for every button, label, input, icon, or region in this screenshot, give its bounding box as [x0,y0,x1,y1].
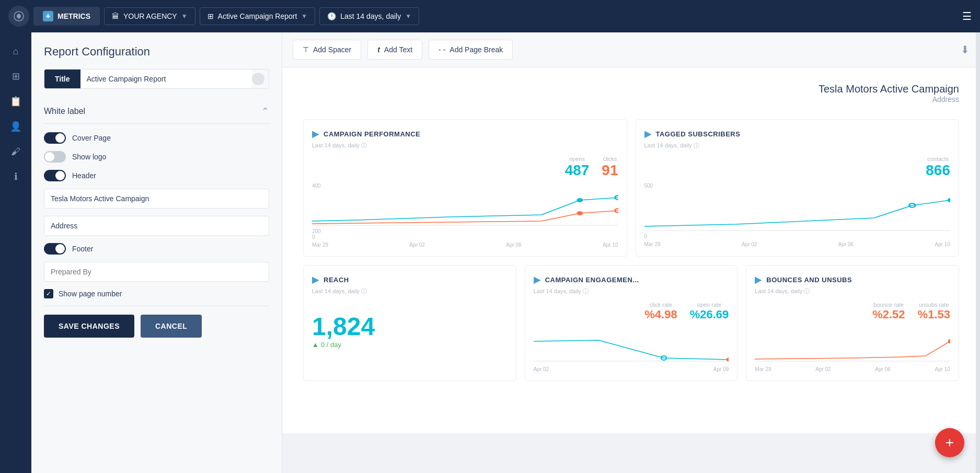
widget-campaign-engagement: ▶ CAMPAIGN ENGAGEMEN... Last 14 days, da… [525,265,738,381]
add-spacer-button[interactable]: ⊤ Add Spacer [293,40,361,60]
y-axis-200: 200 [312,228,618,234]
add-page-break-button[interactable]: - - Add Page Break [429,40,513,60]
arrow-icon-1: ▶ [312,128,319,140]
campaign-performance-subtitle: Last 14 days, daily ⓘ [312,142,618,149]
click-rate-value: %4.98 [644,308,677,321]
report-company: Tesla Motors Active Campaign [303,83,959,95]
title-input[interactable] [80,70,252,88]
top-nav: + METRICS 🏛 YOUR AGENCY ▼ ⊞ Active Campa… [0,0,980,32]
config-footer: SAVE CHANGES CANCEL [44,306,269,346]
open-rate-value: %26.69 [690,308,729,321]
page-number-row: ✓ Show page number [44,289,269,298]
tagged-subscribers-subtitle: Last 14 days, daily ⓘ [644,142,951,149]
report-title-dropdown[interactable]: ⊞ Active Campaign Report ▼ [200,7,316,25]
company-input[interactable] [44,189,269,209]
sidebar-item-users[interactable]: 👤 [5,116,26,137]
contacts-label: contacts [926,156,950,162]
chart-4-dates: Mar 29Apr 02Apr 06Apr 10 [755,366,950,372]
reach-metric: 1,824 ▲0 / day [312,302,508,359]
add-text-label: Add Text [384,45,412,54]
widget-tagged-subscribers: ▶ TAGGED SUBSCRIBERS Last 14 days, daily… [636,119,960,257]
arrow-icon-4: ▶ [534,274,541,285]
page-number-checkbox[interactable]: ✓ [44,289,53,298]
download-icon[interactable]: ⬇ [961,43,970,56]
widget-reach: ▶ REACH Last 14 days, daily ⓘ 1,824 ▲0 /… [303,265,516,381]
campaign-engagement-title: CAMPAIGN ENGAGEMEN... [545,276,639,284]
sidebar-item-grid[interactable]: ⊞ [5,66,26,87]
chevron-down-icon-3: ▼ [405,13,411,20]
y-axis-1: 400 [312,183,618,189]
bounce-rate-value: %2.52 [872,308,905,321]
y-axis-0-2: 0 [644,234,951,239]
metrics-button[interactable]: + METRICS [33,7,100,26]
sidebar-item-design[interactable]: 🖌 [5,141,26,162]
header-row: Header [44,170,269,181]
show-logo-toggle[interactable] [44,151,66,163]
footer-toggle[interactable] [44,243,66,255]
sidebar-item-reports[interactable]: 📋 [5,91,26,112]
svg-point-4 [577,211,583,215]
chart-1-dates: Mar 29Apr 02Apr 06Apr 10 [312,242,618,248]
sidebar-item-home[interactable]: ⌂ [5,41,26,62]
widget-bounces-unsubs: ▶ BOUNCES AND UNSUBS Last 14 days, daily… [746,265,959,381]
app-logo [8,6,29,27]
cover-page-toggle[interactable] [44,132,66,144]
title-row: Title [44,69,269,89]
opens-label: opens [565,156,590,162]
contacts-value: 866 [926,162,950,179]
report-address: Address [303,95,959,103]
config-panel: Report Configuration Title White label ⌃… [31,32,282,473]
opens-value: 487 [565,162,590,179]
cancel-button[interactable]: CANCEL [141,315,202,338]
cover-page-label: Cover Page [72,134,111,142]
campaign-engagement-subtitle: Last 14 days, daily ⓘ [534,287,729,295]
spacer-icon: ⊤ [303,45,309,54]
widget-row-2: ▶ REACH Last 14 days, daily ⓘ 1,824 ▲0 /… [303,265,959,381]
date-range-dropdown[interactable]: 🕐 Last 14 days, daily ▼ [319,7,419,25]
click-rate-label: click rate [644,302,677,308]
footer-row: Footer [44,243,269,255]
y-axis-0: 0 [312,234,618,240]
date-range-label: Last 14 days, daily [340,12,401,20]
metrics-label: METRICS [57,12,90,20]
address-input[interactable] [44,216,269,236]
header-label: Header [72,171,96,180]
add-text-button[interactable]: t Add Text [367,40,422,60]
agency-dropdown[interactable]: 🏛 YOUR AGENCY ▼ [104,7,195,25]
report-title-label: Active Campaign Report [218,12,297,20]
scrollbar[interactable] [976,32,980,473]
add-spacer-label: Add Spacer [313,45,351,54]
save-button[interactable]: SAVE CHANGES [44,315,134,338]
header-toggle[interactable] [44,170,66,181]
footer-label: Footer [72,245,93,253]
widget-row-1: ▶ CAMPAIGN PERFORMANCE Last 14 days, dai… [303,119,959,257]
y-axis-500: 500 [644,183,951,189]
svg-point-2 [577,198,583,202]
arrow-icon-3: ▶ [312,274,319,285]
report-toolbar: ⊤ Add Spacer t Add Text - - Add Page Bre… [282,32,980,67]
hamburger-icon[interactable]: ☰ [962,10,972,22]
campaign-performance-title: CAMPAIGN PERFORMANCE [324,130,420,138]
fab-button[interactable]: + [935,428,964,457]
config-title: Report Configuration [44,45,269,59]
sidebar-item-info[interactable]: ℹ [5,166,26,187]
clicks-label: clicks [602,156,618,162]
chart-3-dates: Apr 02Apr 09 [534,366,729,372]
collapse-icon[interactable]: ⌃ [261,106,269,117]
page-number-label: Show page number [59,290,122,298]
page-break-icon: - - [439,45,445,54]
report-header: Tesla Motors Active Campaign Address [303,83,959,103]
bounces-unsubs-title: BOUNCES AND UNSUBS [766,276,852,284]
arrow-icon-5: ▶ [755,274,762,285]
title-dot [252,73,264,85]
bounces-unsubs-subtitle: Last 14 days, daily ⓘ [755,287,950,295]
show-logo-label: Show logo [72,153,106,161]
tagged-subscribers-title: TAGGED SUBSCRIBERS [656,130,741,138]
chart-3 [534,326,729,362]
left-sidebar: ⌂ ⊞ 📋 👤 🖌 ℹ [0,32,31,473]
reach-title: REACH [324,276,349,284]
prepared-by-input[interactable] [44,262,269,282]
chart-1 [312,190,618,226]
title-label: Title [44,70,80,88]
chevron-down-icon-2: ▼ [301,13,307,20]
